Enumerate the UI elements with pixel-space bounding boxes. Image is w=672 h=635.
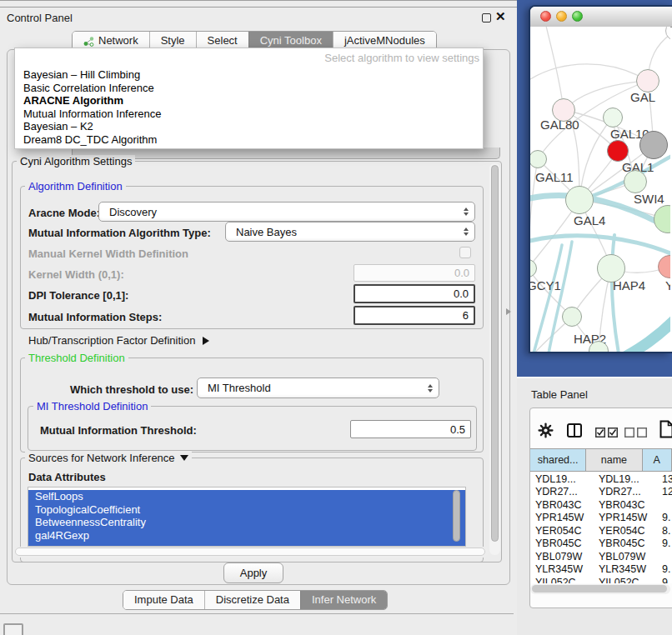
- table-cell: YDR27...: [530, 486, 594, 498]
- minimize-traffic-light-icon[interactable]: [556, 11, 567, 22]
- close-traffic-light-icon[interactable]: [540, 11, 551, 22]
- table-cell: YIL052C: [594, 577, 657, 583]
- network-canvas[interactable]: GALGAL80GAL10GAL1GAL11SWI4GAL4GCY1HAP4YH…: [530, 27, 670, 352]
- network-node-gcy1[interactable]: [530, 259, 537, 278]
- attributes-scrollbar-thumb[interactable]: [453, 490, 460, 542]
- hub-definition-label: Hub/Transcription Factor Definition: [28, 334, 195, 347]
- data-attribute-item[interactable]: gal4RGexp: [28, 529, 465, 542]
- table-cell: 8.: [657, 525, 672, 537]
- tab-impute-data[interactable]: Impute Data: [123, 591, 204, 609]
- table-row[interactable]: YPR145WYPR145W9.: [530, 512, 672, 525]
- table-cell: YLR345W: [594, 563, 657, 575]
- node-label: GAL80: [540, 118, 579, 132]
- tab-infer-network[interactable]: Infer Network: [300, 591, 387, 609]
- sources-group-title[interactable]: Sources for Network Inference: [25, 452, 192, 464]
- manual-kernel-width-checkbox[interactable]: [459, 247, 471, 258]
- panel-divider-handle[interactable]: [506, 308, 511, 315]
- checked-checkboxes-icon[interactable]: [595, 426, 618, 441]
- table-row[interactable]: YDL19...YDL19...13: [530, 472, 672, 486]
- table-row[interactable]: YBR043CYBR043C: [530, 498, 672, 512]
- network-view-window: GALGAL80GAL10GAL1GAL11SWI4GAL4GCY1HAP4YH…: [529, 5, 672, 353]
- table-row[interactable]: YLR345WYLR345W9.: [530, 563, 672, 577]
- network-node-swi4[interactable]: [624, 170, 647, 193]
- manual-kernel-width-label: Manual Kernel Width Definition: [28, 248, 188, 260]
- table-row[interactable]: YBR045CYBR045C9.: [530, 538, 672, 551]
- network-node[interactable]: [654, 205, 670, 233]
- table-cell: 9.: [657, 563, 672, 575]
- unchecked-checkboxes-icon[interactable]: [624, 426, 647, 441]
- settings-horizontal-scrollbar-thumb[interactable]: [15, 548, 485, 556]
- node-label: HAP4: [613, 278, 645, 292]
- algorithm-option[interactable]: Basic Correlation Inference: [15, 82, 483, 95]
- apply-button[interactable]: Apply: [223, 562, 283, 583]
- network-node-gal1[interactable]: [607, 140, 629, 162]
- algorithm-option[interactable]: Mutual Information Inference: [15, 108, 483, 121]
- column-header-name[interactable]: name: [586, 449, 642, 471]
- table-cell: YPR145W: [530, 512, 594, 523]
- mi-threshold-input[interactable]: 0.5: [350, 420, 471, 438]
- corner-widget-icon[interactable]: [3, 623, 23, 635]
- top-divider: [0, 0, 519, 1]
- table-cell: 12: [657, 486, 672, 498]
- zoom-traffic-light-icon[interactable]: [572, 11, 583, 22]
- close-icon[interactable]: ✕: [495, 9, 506, 24]
- table-cell: YIL052C: [530, 577, 594, 583]
- algorithm-option[interactable]: Bayesian – Hill Climbing: [15, 68, 483, 82]
- aracne-mode-label: Aracne Mode:: [28, 207, 100, 219]
- table-cell: YPR145W: [594, 512, 657, 523]
- table-row[interactable]: YBL079WYBL079W: [530, 550, 672, 563]
- settings-vertical-scrollbar-thumb[interactable]: [491, 165, 499, 542]
- data-attributes-list[interactable]: SelfLoopsTopologicalCoefficientBetweenne…: [28, 487, 466, 547]
- network-node-gal10[interactable]: [603, 108, 623, 128]
- table-row[interactable]: YIL052CYIL052C9: [530, 576, 672, 583]
- table-cell: YDR27...: [594, 486, 657, 498]
- float-window-icon[interactable]: [482, 13, 491, 22]
- algorithm-option[interactable]: Bayesian – K2: [15, 120, 483, 133]
- tab-label: Impute Data: [134, 591, 193, 609]
- tab-label: Infer Network: [312, 591, 376, 609]
- network-node-gal[interactable]: [636, 69, 659, 92]
- sources-title-text: Sources for Network Inference: [28, 452, 175, 464]
- node-label: Y: [665, 278, 670, 292]
- node-label: GAL11: [535, 170, 574, 184]
- mi-threshold-definition-title: MI Threshold Definition: [33, 400, 151, 412]
- network-node[interactable]: [639, 131, 668, 159]
- covered-combobox-edge: [72, 148, 500, 159]
- data-attribute-item[interactable]: BetweennessCentrality: [28, 516, 465, 529]
- network-node[interactable]: [665, 27, 670, 41]
- stepper-icon: [428, 384, 433, 392]
- data-attribute-item[interactable]: TopologicalCoefficient: [28, 503, 465, 517]
- data-attribute-item[interactable]: SelfLoops: [28, 490, 465, 503]
- mi-algorithm-type-select[interactable]: Naive Bayes: [225, 222, 475, 242]
- column-header-clipped[interactable]: A: [643, 449, 672, 471]
- which-threshold-select[interactable]: MI Threshold: [197, 378, 439, 398]
- table-body[interactable]: YDL19...YDL19...13YDR27...YDR27...12YBR0…: [530, 472, 672, 583]
- algorithm-option-list: Bayesian – Hill ClimbingBasic Correlatio…: [15, 68, 483, 146]
- expander-right-icon: [203, 337, 209, 345]
- network-node-y[interactable]: [658, 255, 670, 278]
- column-header-shared[interactable]: shared...: [530, 449, 586, 471]
- table-horizontal-scrollbar-thumb[interactable]: [532, 585, 667, 592]
- table-row[interactable]: YDR27...YDR27...12: [530, 486, 672, 499]
- aracne-mode-select[interactable]: Discovery: [98, 202, 475, 222]
- kernel-width-input[interactable]: 0.0: [354, 264, 475, 282]
- tab-discretize-data[interactable]: Discretize Data: [204, 591, 300, 609]
- node-label: GAL4: [574, 213, 605, 228]
- hub-definition-expander[interactable]: Hub/Transcription Factor Definition: [28, 334, 209, 347]
- network-node-gal11[interactable]: [530, 150, 547, 168]
- gear-icon[interactable]: [538, 422, 554, 442]
- table-row[interactable]: YER054CYER054C8.: [530, 524, 672, 538]
- settings-group-title: Cyni Algorithm Settings: [17, 155, 135, 168]
- network-node-gal4[interactable]: [565, 186, 594, 214]
- algorithm-option[interactable]: ARACNE Algorithm: [15, 94, 483, 108]
- network-window-titlebar[interactable]: [530, 7, 672, 28]
- algorithm-option[interactable]: Dream8 DC_TDC Algorithm: [15, 133, 483, 147]
- table-cell: YLR345W: [530, 563, 594, 575]
- document-icon[interactable]: [659, 420, 672, 442]
- columns-icon[interactable]: [567, 423, 582, 441]
- data-attributes-label: Data Attributes: [28, 471, 106, 483]
- network-node-hap2[interactable]: [562, 307, 582, 327]
- mi-steps-input[interactable]: 6: [354, 306, 475, 325]
- dpi-tolerance-input[interactable]: 0.0: [354, 284, 475, 303]
- algorithm-placeholder: Select algorithm to view settings: [15, 48, 483, 68]
